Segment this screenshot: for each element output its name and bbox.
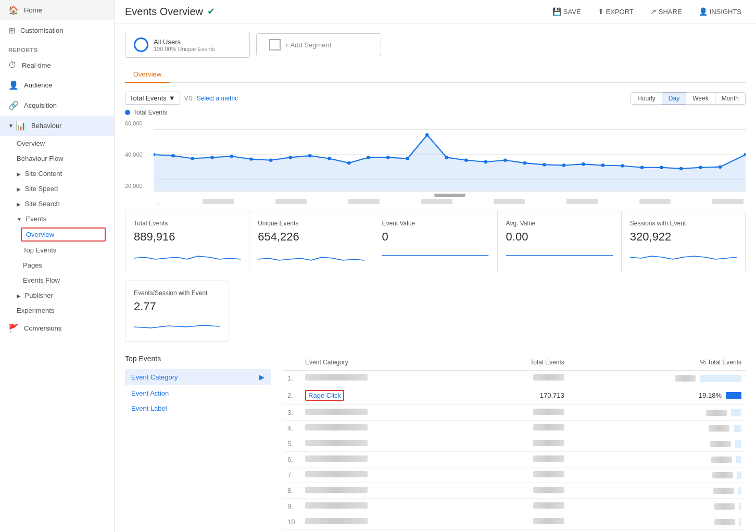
session-stat-value: 2.77 xyxy=(134,300,220,313)
svg-point-6 xyxy=(210,156,214,159)
save-label: SAVE xyxy=(563,8,581,16)
stat-total-events-value: 889,916 xyxy=(134,230,241,244)
sidebar-item-events-flow[interactable]: Events Flow xyxy=(0,273,114,288)
stat-sessions-label: Sessions with Event xyxy=(630,220,737,227)
stat-event-value-sparkline xyxy=(382,248,488,263)
session-stat-card: Events/Session with Event 2.77 xyxy=(125,281,229,342)
sidebar-nav-home[interactable]: 🏠 Home xyxy=(0,0,114,20)
row-total xyxy=(468,421,568,436)
sidebar-item-behaviour[interactable]: ▼ 📊 Behaviour xyxy=(0,116,114,136)
row-total xyxy=(468,405,568,421)
svg-point-25 xyxy=(582,162,585,166)
insights-icon: 👤 xyxy=(699,7,708,16)
sidebar-item-behaviour-flow[interactable]: Behaviour Flow xyxy=(0,151,114,166)
export-label: EXPORT xyxy=(606,8,634,16)
home-icon: 🏠 xyxy=(8,5,19,15)
metric-selector: Total Events ▼ VS Select a metric xyxy=(125,92,238,105)
sidebar-customisation-label: Customisation xyxy=(20,27,63,34)
filter-event-category[interactable]: Event Category ▶ xyxy=(125,369,271,385)
svg-point-22 xyxy=(523,161,526,164)
top-events-section: Top Events Event Category ▶ Event Action… xyxy=(125,354,746,532)
stat-avg-value-value: 0.00 xyxy=(506,230,613,244)
sidebar-behaviour-label: Behaviour xyxy=(31,122,62,130)
sidebar-item-events[interactable]: ▼ Events xyxy=(0,211,114,226)
sidebar-item-conversions[interactable]: 🚩 Conversions xyxy=(0,318,114,338)
row-category xyxy=(301,499,468,514)
x-label-9 xyxy=(712,199,744,204)
stat-total-events-label: Total Events xyxy=(134,220,241,227)
add-segment-label: + Add Segment xyxy=(285,41,331,49)
sidebar-item-site-speed[interactable]: ▶ Site Speed xyxy=(0,181,114,196)
sidebar-item-realtime[interactable]: ⏱ Real-time xyxy=(0,55,114,75)
add-segment-button[interactable]: + Add Segment xyxy=(256,33,381,56)
tab-bar: Overview xyxy=(125,66,746,83)
insights-button[interactable]: 👤 INSIGHTS xyxy=(695,5,746,18)
sidebar-item-audience[interactable]: 👤 Audience xyxy=(0,75,114,95)
chart-container: 60,000 40,000 20,000 xyxy=(125,118,746,209)
time-btn-month[interactable]: Month xyxy=(715,92,746,105)
sidebar-item-top-events[interactable]: Top Events xyxy=(0,243,114,258)
stat-event-value-label: Event Value xyxy=(382,220,488,227)
save-button[interactable]: 💾 SAVE xyxy=(548,5,585,18)
sidebar-item-overview[interactable]: Overview xyxy=(0,136,114,151)
segment-all-users[interactable]: All Users 100.00% Unique Events xyxy=(125,32,250,58)
row-percent xyxy=(569,421,746,436)
x-label-7 xyxy=(566,199,598,204)
row-category xyxy=(301,483,468,499)
filter-event-action-label: Event Action xyxy=(131,389,169,397)
stat-sessions-sparkline xyxy=(630,248,737,263)
sidebar-item-publisher[interactable]: ▶ Publisher xyxy=(0,288,114,303)
time-btn-hourly[interactable]: Hourly xyxy=(631,92,662,105)
filter-event-category-label: Event Category xyxy=(131,373,178,381)
export-button[interactable]: ⬆ EXPORT xyxy=(594,5,638,18)
col-category: Event Category xyxy=(301,354,468,371)
conversions-icon: 🚩 xyxy=(8,323,19,333)
add-segment-circle xyxy=(269,39,281,50)
table-header-row: Event Category Total Events % Total Even… xyxy=(283,354,746,371)
filter-event-action[interactable]: Event Action xyxy=(125,386,271,400)
row-percent xyxy=(569,467,746,483)
stat-unique-events-sparkline xyxy=(258,248,364,263)
row-num: 2. xyxy=(283,386,301,405)
svg-point-8 xyxy=(249,157,253,160)
share-label: SHARE xyxy=(659,8,682,16)
metric-dropdown[interactable]: Total Events ▼ xyxy=(125,92,180,105)
svg-point-16 xyxy=(406,157,409,160)
sidebar-home-label: Home xyxy=(24,6,42,14)
vs-text: VS xyxy=(184,95,193,102)
rage-click-link[interactable]: Rage Click xyxy=(308,391,341,399)
row-percent xyxy=(569,371,746,386)
time-btn-week[interactable]: Week xyxy=(686,92,715,105)
sidebar-item-pages[interactable]: Pages xyxy=(0,258,114,273)
select-metric-link[interactable]: Select a metric xyxy=(197,95,238,102)
sidebar-conversions-label: Conversions xyxy=(24,324,61,332)
sidebar-item-events-overview[interactable]: Overview xyxy=(21,227,106,242)
row-category[interactable]: Rage Click xyxy=(301,386,468,405)
row-category xyxy=(301,514,468,530)
sidebar-item-experiments[interactable]: Experiments xyxy=(0,303,114,318)
chart-legend: Total Events xyxy=(125,109,746,116)
sidebar-item-site-content[interactable]: ▶ Site Content xyxy=(0,166,114,181)
acquisition-icon: 🔗 xyxy=(8,100,19,110)
row-num: 5. xyxy=(283,436,301,452)
row-percent xyxy=(569,405,746,421)
row-total xyxy=(468,467,568,483)
share-button[interactable]: ↗ SHARE xyxy=(646,5,686,18)
stat-sessions-value: 320,922 xyxy=(630,230,737,244)
sidebar-item-site-search[interactable]: ▶ Site Search xyxy=(0,196,114,211)
filter-event-label[interactable]: Event Label xyxy=(125,401,271,415)
table-row: 7. xyxy=(283,467,746,483)
col-num xyxy=(283,354,301,371)
svg-point-28 xyxy=(640,166,644,169)
tab-overview[interactable]: Overview xyxy=(125,66,170,83)
row-category xyxy=(301,467,468,483)
time-btn-day[interactable]: Day xyxy=(662,92,686,105)
svg-point-32 xyxy=(719,165,722,168)
scroll-thumb[interactable] xyxy=(434,194,465,197)
sidebar-nav-customisation[interactable]: ⊞ Customisation xyxy=(0,20,114,41)
share-icon: ↗ xyxy=(650,7,657,16)
row-total xyxy=(468,499,568,514)
sidebar-item-acquisition[interactable]: 🔗 Acquisition xyxy=(0,95,114,116)
segment-info: All Users 100.00% Unique Events xyxy=(154,38,215,52)
stat-sessions: Sessions with Event 320,922 xyxy=(622,211,745,272)
